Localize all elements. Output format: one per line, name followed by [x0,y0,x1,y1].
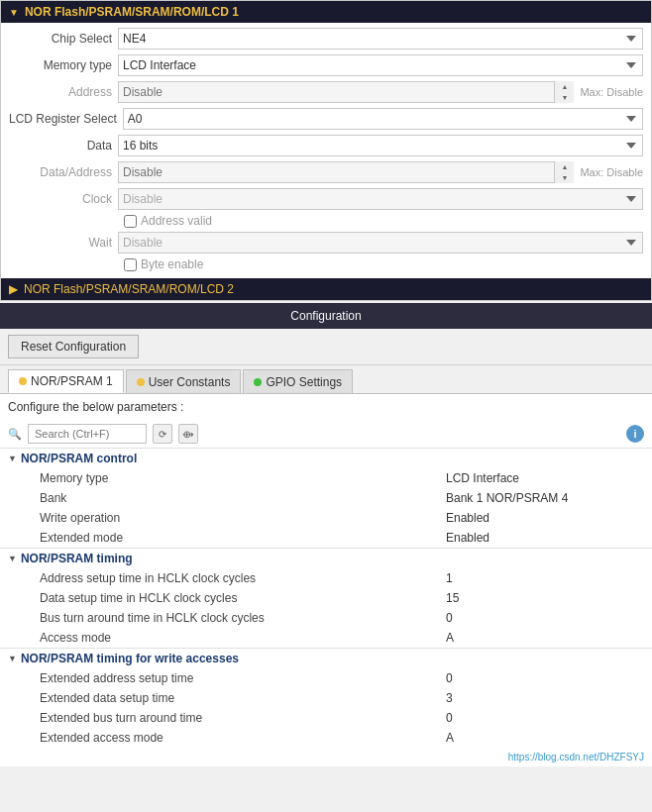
address-spinbox-wrapper: ▲ ▼ [118,81,574,103]
memory-type-dropdown[interactable]: LCD Interface [118,54,643,76]
group-header-nor-psram-timing[interactable]: ▼ NOR/PSRAM timing [0,549,652,568]
chip-select-label: Chip Select [9,32,118,46]
tab-gpio-settings[interactable]: GPIO Settings [243,369,353,393]
clock-label: Clock [9,192,118,206]
param-value-ext-data-setup: 3 [446,691,644,705]
data-row: Data 16 bits [9,134,643,157]
param-row-memory-type: Memory type LCD Interface [0,468,652,488]
chip-select-dropdown[interactable]: NE4 [118,28,643,50]
address-spinbox-arrows: ▲ ▼ [554,81,574,103]
wait-row: Wait Disable [9,231,643,254]
search-prev-button[interactable]: ⟳ [153,424,172,444]
param-name-write-operation: Write operation [40,511,446,525]
data-address-input[interactable] [118,161,574,183]
param-row-bus-turn: Bus turn around time in HCLK clock cycle… [0,608,652,628]
param-row-bank: Bank Bank 1 NOR/PSRAM 4 [0,488,652,508]
param-value-extended-mode: Enabled [446,531,644,545]
clock-dropdown[interactable]: Disable [118,188,643,210]
section1-title: NOR Flash/PSRAM/SRAM/ROM/LCD 1 [25,5,239,19]
group-header-nor-psram-timing-write[interactable]: ▼ NOR/PSRAM timing for write accesses [0,649,652,668]
byte-enable-checkbox[interactable] [124,258,137,271]
param-name-bus-turn: Bus turn around time in HCLK clock cycle… [40,611,446,625]
param-name-ext-access-mode: Extended access mode [40,731,446,745]
param-name-ext-data-setup: Extended data setup time [40,691,446,705]
config-toolbar: Reset Configuration [0,329,652,365]
search-icon: 🔍 [8,428,22,441]
param-row-ext-data-setup: Extended data setup time 3 [0,688,652,708]
params-body: ▼ NOR/PSRAM control Memory type LCD Inte… [0,449,652,748]
address-valid-row: Address valid [9,214,643,228]
data-address-up[interactable]: ▲ [555,161,574,172]
group-label-nor-psram-timing-write: NOR/PSRAM timing for write accesses [21,652,239,665]
watermark-text: https://blog.csdn.net/DHZFSYJ [508,752,644,762]
data-label: Data [9,139,118,152]
address-label: Address [9,85,118,99]
nor-flash-section: ▼ NOR Flash/PSRAM/SRAM/ROM/LCD 1 Chip Se… [0,0,652,301]
section2-chevron: ▶ [9,282,18,296]
data-address-row: Data/Address ▲ ▼ Max: Disable [9,160,643,184]
section1-header[interactable]: ▼ NOR Flash/PSRAM/SRAM/ROM/LCD 1 [1,1,651,23]
address-valid-checkbox[interactable] [124,215,137,228]
lcd-reg-select-dropdown[interactable]: A0 [123,108,643,130]
address-down[interactable]: ▼ [555,92,574,103]
group-rows-nor-psram-control: Memory type LCD Interface Bank Bank 1 NO… [0,468,652,548]
byte-enable-label: Byte enable [141,257,203,271]
memory-type-row: Memory type LCD Interface [9,53,643,77]
param-value-ext-bus-turn: 0 [446,711,644,725]
param-row-write-operation: Write operation Enabled [0,508,652,528]
search-input[interactable] [28,424,147,444]
reset-config-button[interactable]: Reset Configuration [8,335,139,358]
param-value-memory-type: LCD Interface [446,471,644,485]
param-row-data-setup: Data setup time in HCLK clock cycles 15 [0,588,652,608]
watermark: https://blog.csdn.net/DHZFSYJ [0,748,652,766]
tab-dot-user-constants [137,378,145,386]
param-row-access-mode: Access mode A [0,628,652,648]
data-address-down[interactable]: ▼ [555,172,574,183]
param-name-extended-mode: Extended mode [40,531,446,545]
search-bar: 🔍 ⟳ ⟴ i [0,420,652,449]
tabs-row: NOR/PSRAM 1 User Constants GPIO Settings [0,365,652,394]
param-value-bank: Bank 1 NOR/PSRAM 4 [446,491,644,505]
group-label-nor-psram-control: NOR/PSRAM control [21,452,137,465]
param-name-memory-type: Memory type [40,471,446,485]
param-value-ext-access-mode: A [446,731,644,745]
tab-label-user-constants: User Constants [149,375,231,389]
group-header-nor-psram-control[interactable]: ▼ NOR/PSRAM control [0,449,652,468]
lcd-reg-select-label: LCD Register Select [9,112,123,126]
section2-title: NOR Flash/PSRAM/SRAM/ROM/LCD 2 [24,282,234,296]
param-row-ext-addr-setup: Extended address setup time 0 [0,668,652,688]
clock-row: Clock Disable [9,187,643,211]
param-row-extended-mode: Extended mode Enabled [0,528,652,548]
param-name-ext-addr-setup: Extended address setup time [40,671,446,685]
section2-header[interactable]: ▶ NOR Flash/PSRAM/SRAM/ROM/LCD 2 [1,278,651,300]
param-row-ext-bus-turn: Extended bus turn around time 0 [0,708,652,728]
wait-label: Wait [9,236,118,250]
param-value-access-mode: A [446,631,644,645]
param-name-ext-bus-turn: Extended bus turn around time [40,711,446,725]
lcd-reg-select-row: LCD Register Select A0 [9,107,643,131]
byte-enable-row: Byte enable [9,257,643,271]
wait-dropdown[interactable]: Disable [118,232,643,254]
tab-user-constants[interactable]: User Constants [126,369,242,393]
address-up[interactable]: ▲ [555,81,574,92]
param-row-ext-access-mode: Extended access mode A [0,728,652,748]
param-value-write-operation: Enabled [446,511,644,525]
config-header-label: Configuration [290,309,361,323]
group-rows-nor-psram-timing: Address setup time in HCLK clock cycles … [0,568,652,648]
group-chevron-nor-psram-control: ▼ [8,454,17,463]
data-address-label: Data/Address [9,165,118,179]
configure-text: Configure the below parameters : [0,394,652,420]
address-valid-label: Address valid [141,214,212,228]
search-next-button[interactable]: ⟴ [178,424,198,444]
param-value-addr-setup: 1 [446,571,644,585]
param-row-addr-setup: Address setup time in HCLK clock cycles … [0,568,652,588]
address-input[interactable] [118,81,574,103]
info-icon[interactable]: i [626,425,644,443]
group-label-nor-psram-timing: NOR/PSRAM timing [21,552,133,565]
data-dropdown[interactable]: 16 bits [118,135,643,156]
group-chevron-nor-psram-timing-write: ▼ [8,654,17,663]
tab-dot-nor-psram-1 [19,377,27,385]
config-header: Configuration [0,303,652,329]
group-chevron-nor-psram-timing: ▼ [8,554,17,563]
tab-nor-psram-1[interactable]: NOR/PSRAM 1 [8,369,124,393]
